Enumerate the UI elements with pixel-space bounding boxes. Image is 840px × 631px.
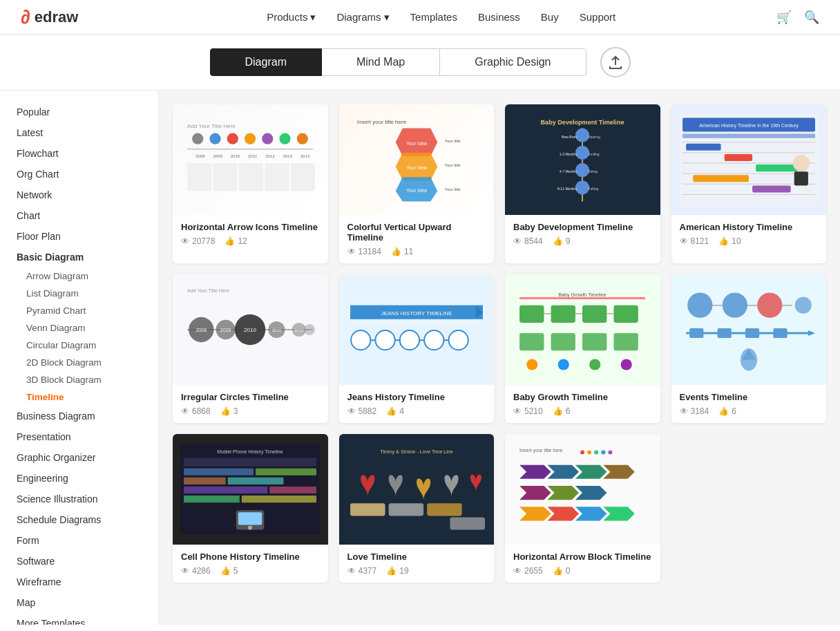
sidebar-sub-timeline[interactable]: Timeline	[0, 388, 158, 406]
svg-rect-116	[745, 328, 759, 338]
svg-marker-156	[604, 507, 635, 520]
card-info: Baby Development Timeline 👁 8544 👍 9	[505, 215, 660, 253]
search-icon[interactable]: 🔍	[804, 10, 819, 25]
sidebar-sub-venn[interactable]: Venn Diagram	[0, 319, 158, 337]
svg-point-83	[448, 330, 468, 350]
svg-text:Mobile Phone History Timeline: Mobile Phone History Timeline	[218, 449, 283, 455]
sidebar-sub-3dblock[interactable]: 3D Block Diagram	[0, 371, 158, 388]
svg-rect-139	[450, 517, 485, 529]
sidebar-item-schedule[interactable]: Schedule Diagrams	[0, 509, 158, 530]
card-info: Jeans History Timeline 👁 5882 👍 4	[339, 385, 495, 423]
nav-business[interactable]: Business	[478, 11, 520, 23]
card-horizontal-arrow-block[interactable]: Insert your title here	[505, 434, 660, 583]
card-title: Baby Development Timeline	[513, 222, 652, 232]
svg-rect-137	[388, 503, 423, 516]
card-stats: 👁 5882 👍 4	[347, 406, 486, 416]
svg-text:2014: 2014	[300, 154, 310, 158]
svg-text:Add Your Title Here: Add Your Title Here	[187, 288, 229, 293]
card-american-history[interactable]: American History Timeline in the 19th Ce…	[671, 104, 827, 263]
like-icon: 👍	[225, 236, 235, 246]
svg-rect-114	[689, 328, 703, 338]
view-stat: 👁 4377	[347, 566, 377, 576]
sidebar-item-more[interactable]: More Templates	[0, 613, 158, 625]
sidebar-item-science[interactable]: Science Illustration	[0, 489, 158, 509]
chevron-down-icon: ▾	[310, 11, 316, 23]
sidebar-sub-pyramid[interactable]: Pyramid Chart	[0, 302, 158, 319]
sidebar-item-basicdiagram[interactable]: Basic Diagram	[0, 247, 158, 267]
card-baby-dev[interactable]: Baby Development Timeline New Born 1-3 M…	[505, 104, 660, 263]
svg-point-6	[280, 133, 291, 144]
sidebar-item-chart[interactable]: Chart	[0, 205, 158, 226]
sidebar-item-software[interactable]: Software	[0, 551, 158, 572]
card-horizontal-arrow[interactable]: Add Your Title Here 2008 2009	[173, 104, 328, 263]
eye-icon: 👁	[347, 566, 356, 576]
card-events[interactable]: Events Timeline 👁 3184 👍 6	[671, 274, 827, 423]
sidebar-item-graphicorganizer[interactable]: Graphic Organizer	[0, 447, 158, 468]
upload-button[interactable]	[600, 47, 631, 77]
svg-rect-129	[184, 496, 240, 502]
sidebar-item-network[interactable]: Network	[0, 185, 158, 205]
card-info: Horizontal Arrow Icons Timeline 👁 20778 …	[173, 215, 328, 253]
card-thumbnail: American History Timeline in the 19th Ce…	[671, 104, 827, 215]
eye-icon: 👁	[181, 406, 189, 416]
card-thumbnail: Add Your Title Here 2008 2009 2010	[173, 274, 328, 385]
sidebar-item-business[interactable]: Business Diagram	[0, 406, 158, 426]
tab-bar: Diagram Mind Map Graphic Design	[0, 35, 840, 91]
svg-rect-97	[519, 333, 544, 350]
card-love[interactable]: Timmy & Simion - Love Time Line	[339, 434, 495, 583]
sidebar-item-orgchart[interactable]: Org Chart	[0, 164, 158, 185]
cart-icon[interactable]: 🛒	[776, 10, 792, 25]
sidebar-item-map[interactable]: Map	[0, 592, 158, 613]
sidebar-item-popular[interactable]: Popular	[0, 102, 158, 122]
card-irregular-circles[interactable]: Add Your Title Here 2008 2009 2010	[173, 274, 328, 423]
svg-text:Baby Development Timeline: Baby Development Timeline	[541, 119, 624, 126]
sidebar-item-flowchart[interactable]: Flowchart	[0, 143, 158, 164]
svg-point-103	[589, 359, 600, 370]
card-title: Cell Phone History Timeline	[181, 552, 320, 562]
sidebar-item-engineering[interactable]: Engineering	[0, 468, 158, 489]
svg-rect-57	[724, 154, 752, 161]
card-colorful-vertical[interactable]: Insert your title here Your Idea Your Id…	[339, 104, 495, 263]
sidebar-item-form[interactable]: Form	[0, 530, 158, 551]
card-baby-growth[interactable]: Baby Growth Timeline	[505, 274, 660, 423]
sidebar: Popular Latest Flowchart Org Chart Netwo…	[0, 91, 159, 625]
nav-templates[interactable]: Templates	[410, 11, 457, 23]
view-stat: 👁 8544	[513, 236, 543, 246]
sidebar-item-floorplan[interactable]: Floor Plan	[0, 226, 158, 247]
card-info: Irregular Circles Timeline 👁 6868 👍 3	[173, 385, 328, 423]
sidebar-sub-list[interactable]: List Diagram	[0, 285, 158, 302]
sidebar-sub-arrow[interactable]: Arrow Diagram	[0, 267, 158, 285]
card-cell-phone[interactable]: Mobile Phone History Timeline	[173, 434, 328, 583]
svg-text:American History Timeline in t: American History Timeline in the 19th Ce…	[699, 123, 799, 129]
logo[interactable]: ∂ edraw	[21, 6, 78, 28]
card-stats: 👁 8544 👍 9	[513, 236, 652, 246]
sidebar-sub-2dblock[interactable]: 2D Block Diagram	[0, 354, 158, 371]
like-icon: 👍	[553, 566, 563, 576]
svg-rect-138	[427, 503, 462, 516]
sidebar-item-presentation[interactable]: Presentation	[0, 426, 158, 447]
svg-rect-58	[756, 164, 798, 171]
svg-rect-128	[270, 487, 317, 493]
svg-rect-20	[291, 163, 315, 191]
tab-diagram[interactable]: Diagram	[210, 48, 322, 76]
card-jeans-history[interactable]: JEANS HISTORY TIMELINE	[339, 274, 495, 423]
svg-point-144	[602, 450, 606, 454]
nav-buy[interactable]: Buy	[541, 11, 559, 23]
svg-point-79	[351, 330, 370, 350]
nav-products[interactable]: Products ▾	[267, 11, 316, 23]
tab-graphic-design[interactable]: Graphic Design	[439, 48, 586, 76]
tab-mindmap[interactable]: Mind Map	[322, 48, 439, 76]
card-thumbnail: JEANS HISTORY TIMELINE	[339, 274, 495, 385]
nav-support[interactable]: Support	[580, 11, 616, 23]
card-title: American History Timeline	[680, 222, 819, 232]
sidebar-sub-circular[interactable]: Circular Diagram	[0, 337, 158, 354]
nav-diagrams[interactable]: Diagrams ▾	[336, 11, 389, 23]
svg-marker-149	[604, 465, 635, 479]
card-thumbnail: Mobile Phone History Timeline	[173, 434, 328, 545]
sidebar-item-wireframe[interactable]: Wireframe	[0, 572, 158, 592]
svg-point-104	[621, 359, 632, 370]
sidebar-item-latest[interactable]: Latest	[0, 122, 158, 143]
view-stat: 👁 5882	[347, 406, 377, 416]
svg-text:2008: 2008	[195, 154, 205, 158]
svg-text:Sitting: Sitting	[588, 169, 598, 173]
